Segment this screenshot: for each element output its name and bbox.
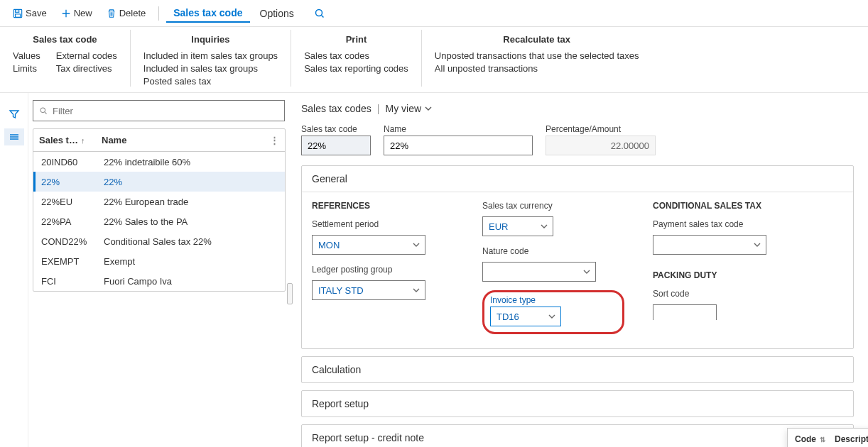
settlement-period-combo[interactable] [312,235,425,255]
page-title: Sales tax codes [301,103,371,114]
ribbon-link[interactable]: External codes [56,50,117,61]
invoice-type-combo[interactable] [490,307,561,326]
table-row[interactable]: 20IND6022% indetraibile 60% [33,152,285,172]
field-name: Name [384,124,533,155]
fasttab-general: General REFERENCES Settlement period Led… [301,165,854,349]
action-ribbon: Sales tax code Values Limits External co… [0,27,868,93]
ribbon-link[interactable]: Tax directives [56,63,117,74]
svg-point-4 [40,108,45,113]
table-row[interactable]: FCIFuori Campo Iva [33,271,285,291]
col-header-code[interactable]: Sales t…↑ [39,135,97,145]
view-selector[interactable]: My view [385,103,433,114]
chevron-down-icon [424,104,433,113]
sort-code-combo[interactable] [653,304,717,320]
delete-button[interactable]: Delete [101,5,152,21]
table-row[interactable]: COND22%Conditional Sales tax 22% [33,231,285,251]
table-row[interactable]: 22%22% [33,172,285,192]
new-button[interactable]: New [55,5,98,21]
fasttab-header-credit[interactable]: Report setup - credit note [302,425,853,447]
row-code: EXEMPT [41,256,99,267]
ribbon-group-inquiries: Inquiries Included in item sales tax gro… [131,30,291,87]
chevron-down-icon [412,286,421,294]
row-name: 22% Sales to the PA [99,216,279,227]
main-layout: Sales t…↑ Name ⋮ 20IND6022% indetraibile… [0,93,868,447]
codes-grid: Sales t…↑ Name ⋮ 20IND6022% indetraibile… [33,128,286,292]
ribbon-link[interactable]: Posted sales tax [143,76,278,87]
nature-code-combo[interactable] [482,262,596,282]
fasttab-header-report[interactable]: Report setup [302,391,853,416]
ribbon-group-title: Inquiries [143,34,278,45]
plus-icon [61,9,71,18]
percentage-display [546,136,656,155]
row-code: 22%PA [41,216,99,227]
name-input[interactable] [384,136,533,155]
ribbon-group-sales-tax-code: Sales tax code Values Limits External co… [0,30,131,87]
splitter-handle[interactable] [287,283,293,304]
row-name: Fuori Campo Iva [99,276,279,287]
col-references: REFERENCES Settlement period Ledger post… [312,201,454,334]
fasttab-report-credit: Report setup - credit note [301,424,854,447]
fasttab-calculation: Calculation [301,356,854,383]
ribbon-group-print: Print Sales tax codes Sales tax reportin… [291,30,422,87]
chevron-down-icon [548,312,556,321]
row-name: Conditional Sales tax 22% [99,236,279,247]
row-code: 20IND60 [41,157,99,167]
save-icon [13,9,23,18]
header-fields: Sales tax code Name Percentage/Amount [301,124,854,155]
ledger-posting-combo[interactable] [312,280,425,300]
currency-combo[interactable] [482,216,553,236]
col-currency: Sales tax currency Nature code Invoice t… [482,201,624,334]
chevron-down-icon [582,267,591,276]
payment-sales-tax-combo[interactable] [653,235,766,255]
sales-tax-code-input[interactable] [301,136,371,155]
svg-rect-2 [16,13,21,16]
ribbon-link[interactable]: Unposted transactions that use the selec… [435,50,639,61]
search-button[interactable] [314,8,325,19]
filter-icon[interactable] [4,106,24,123]
ribbon-link[interactable]: Included in item sales tax groups [143,50,278,61]
chevron-down-icon [412,241,421,249]
search-icon [39,106,48,116]
tab-options[interactable]: Options [253,5,301,22]
field-sales-tax-code: Sales tax code [301,124,371,155]
invoice-type-highlight: Invoice type [482,290,624,334]
delete-label: Delete [119,8,146,18]
invoice-type-dropdown: Code ⇅ Description ⋮ TD16Integrazione fa… [787,428,868,447]
save-label: Save [26,8,47,18]
row-name: Exempt [99,256,279,267]
ribbon-link[interactable]: Sales tax reporting codes [304,63,408,74]
filter-input[interactable] [53,106,278,116]
grid-header: Sales t…↑ Name ⋮ [33,129,285,152]
ribbon-link[interactable]: Included in sales tax groups [143,63,278,74]
fasttab-header-general[interactable]: General [302,166,853,192]
more-icon[interactable]: ⋮ [270,135,279,145]
tab-sales-tax-code[interactable]: Sales tax code [166,4,249,23]
breadcrumb: Sales tax codes | My view [301,103,854,114]
table-row[interactable]: 22%EU22% European trade [33,192,285,211]
chevron-down-icon [753,241,761,249]
row-code: 22% [41,177,99,187]
col-header-name[interactable]: Name [97,135,279,145]
flyout-col-desc[interactable]: Description [835,434,868,444]
ribbon-link[interactable]: All unposted transactions [435,63,639,74]
table-row[interactable]: 22%PA22% Sales to the PA [33,211,285,231]
flyout-col-code[interactable]: Code ⇅ [795,434,835,444]
ribbon-group-title: Recalculate tax [435,34,639,45]
ribbon-link[interactable]: Limits [13,63,40,74]
toolbar-sep [158,6,159,21]
filter-input-wrap[interactable] [33,100,285,121]
chevron-down-icon [540,222,548,231]
table-row[interactable]: EXEMPTExempt [33,251,285,271]
row-code: 22%EU [41,197,99,207]
save-button[interactable]: Save [7,5,53,21]
row-code: COND22% [41,236,99,247]
ribbon-link[interactable]: Values [13,50,40,61]
related-info-icon[interactable] [4,128,24,145]
fasttab-header-calculation[interactable]: Calculation [302,357,853,382]
row-name: 22% European trade [99,197,279,207]
ribbon-group-title: Sales tax code [13,34,117,45]
ribbon-link[interactable]: Sales tax codes [304,50,408,61]
sort-asc-icon: ↑ [81,136,85,145]
col-conditional: CONDITIONAL SALES TAX Payment sales tax … [653,201,795,334]
fasttab-report-setup: Report setup [301,390,854,417]
